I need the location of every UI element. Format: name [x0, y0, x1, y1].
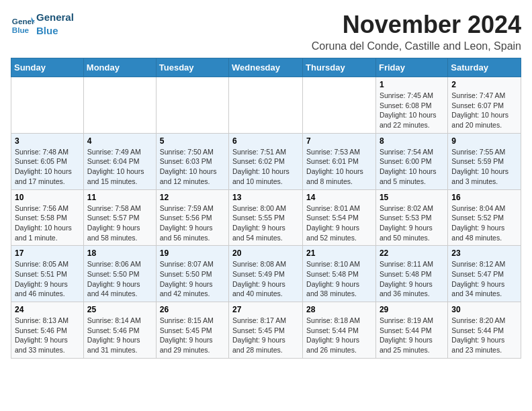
day-number: 23 [451, 248, 517, 258]
calendar-cell: 8Sunrise: 7:54 AM Sunset: 6:00 PM Daylig… [375, 133, 447, 189]
logo-blue-text: Blue [36, 25, 58, 36]
calendar-week-1: 1Sunrise: 7:45 AM Sunset: 6:08 PM Daylig… [11, 77, 521, 134]
calendar-cell [11, 77, 84, 134]
calendar-cell: 25Sunrise: 8:14 AM Sunset: 5:46 PM Dayli… [83, 302, 156, 359]
weekday-header-thursday: Thursday [303, 58, 376, 77]
day-detail: Sunrise: 7:58 AM Sunset: 5:57 PM Dayligh… [87, 203, 152, 243]
day-number: 13 [232, 193, 299, 202]
day-detail: Sunrise: 7:48 AM Sunset: 6:05 PM Dayligh… [15, 147, 80, 187]
day-detail: Sunrise: 7:54 AM Sunset: 6:00 PM Dayligh… [380, 147, 444, 187]
calendar-week-4: 17Sunrise: 8:05 AM Sunset: 5:51 PM Dayli… [11, 246, 521, 302]
day-number: 10 [15, 193, 80, 202]
day-number: 14 [306, 193, 372, 202]
day-detail: Sunrise: 7:55 AM Sunset: 5:59 PM Dayligh… [451, 147, 517, 187]
day-number: 12 [160, 193, 225, 202]
calendar-cell [303, 77, 376, 134]
calendar-cell [83, 77, 156, 134]
logo-icon: General Blue [11, 12, 35, 36]
day-detail: Sunrise: 8:06 AM Sunset: 5:50 PM Dayligh… [87, 259, 152, 299]
day-number: 30 [451, 305, 517, 314]
calendar-cell: 3Sunrise: 7:48 AM Sunset: 6:05 PM Daylig… [11, 133, 84, 189]
day-number: 24 [15, 305, 80, 314]
calendar-cell: 21Sunrise: 8:10 AM Sunset: 5:48 PM Dayli… [303, 246, 376, 302]
day-number: 22 [380, 248, 444, 258]
day-number: 8 [380, 136, 444, 146]
day-number: 4 [87, 136, 152, 146]
calendar-cell: 5Sunrise: 7:50 AM Sunset: 6:03 PM Daylig… [156, 133, 228, 189]
day-number: 11 [87, 193, 152, 202]
calendar-cell: 11Sunrise: 7:58 AM Sunset: 5:57 PM Dayli… [83, 189, 156, 246]
month-title: November 2024 [312, 11, 521, 39]
day-detail: Sunrise: 7:47 AM Sunset: 6:07 PM Dayligh… [451, 91, 517, 130]
calendar-week-3: 10Sunrise: 7:56 AM Sunset: 5:58 PM Dayli… [11, 189, 521, 246]
day-number: 18 [87, 248, 152, 258]
day-number: 7 [306, 136, 372, 146]
day-detail: Sunrise: 7:51 AM Sunset: 6:02 PM Dayligh… [232, 147, 299, 187]
calendar-cell: 23Sunrise: 8:12 AM Sunset: 5:47 PM Dayli… [448, 246, 521, 302]
day-number: 28 [306, 305, 372, 314]
day-detail: Sunrise: 8:08 AM Sunset: 5:49 PM Dayligh… [232, 259, 299, 299]
day-number: 27 [232, 305, 299, 314]
day-detail: Sunrise: 7:56 AM Sunset: 5:58 PM Dayligh… [15, 203, 80, 243]
calendar-week-5: 24Sunrise: 8:13 AM Sunset: 5:46 PM Dayli… [11, 302, 521, 359]
calendar-cell: 20Sunrise: 8:08 AM Sunset: 5:49 PM Dayli… [229, 246, 303, 302]
calendar-cell: 9Sunrise: 7:55 AM Sunset: 5:59 PM Daylig… [448, 133, 521, 189]
day-detail: Sunrise: 8:00 AM Sunset: 5:55 PM Dayligh… [232, 203, 299, 243]
calendar-cell: 17Sunrise: 8:05 AM Sunset: 5:51 PM Dayli… [11, 246, 84, 302]
day-detail: Sunrise: 8:17 AM Sunset: 5:45 PM Dayligh… [232, 316, 299, 355]
calendar-cell: 14Sunrise: 8:01 AM Sunset: 5:54 PM Dayli… [303, 189, 376, 246]
day-number: 1 [380, 80, 444, 89]
title-block: November 2024 Coruna del Conde, Castille… [312, 11, 521, 52]
day-detail: Sunrise: 8:14 AM Sunset: 5:46 PM Dayligh… [87, 316, 152, 355]
day-number: 6 [232, 136, 299, 146]
day-detail: Sunrise: 8:12 AM Sunset: 5:47 PM Dayligh… [451, 259, 517, 299]
day-number: 9 [451, 136, 517, 146]
day-detail: Sunrise: 8:19 AM Sunset: 5:44 PM Dayligh… [380, 316, 444, 355]
calendar-cell: 26Sunrise: 8:15 AM Sunset: 5:45 PM Dayli… [156, 302, 228, 359]
calendar-cell: 27Sunrise: 8:17 AM Sunset: 5:45 PM Dayli… [229, 302, 303, 359]
weekday-header-monday: Monday [83, 58, 156, 77]
day-number: 19 [160, 248, 225, 258]
day-number: 2 [451, 80, 517, 89]
calendar-cell: 2Sunrise: 7:47 AM Sunset: 6:07 PM Daylig… [448, 77, 521, 134]
calendar-cell: 6Sunrise: 7:51 AM Sunset: 6:02 PM Daylig… [229, 133, 303, 189]
day-detail: Sunrise: 8:15 AM Sunset: 5:45 PM Dayligh… [160, 316, 225, 355]
calendar-header: SundayMondayTuesdayWednesdayThursdayFrid… [11, 58, 521, 77]
day-number: 15 [380, 193, 444, 202]
calendar-cell: 10Sunrise: 7:56 AM Sunset: 5:58 PM Dayli… [11, 189, 84, 246]
day-detail: Sunrise: 8:13 AM Sunset: 5:46 PM Dayligh… [15, 316, 80, 355]
weekday-header-tuesday: Tuesday [156, 58, 228, 77]
calendar-cell: 24Sunrise: 8:13 AM Sunset: 5:46 PM Dayli… [11, 302, 84, 359]
day-number: 26 [160, 305, 225, 314]
calendar-cell: 15Sunrise: 8:02 AM Sunset: 5:53 PM Dayli… [375, 189, 447, 246]
calendar-cell: 1Sunrise: 7:45 AM Sunset: 6:08 PM Daylig… [375, 77, 447, 134]
calendar-cell: 30Sunrise: 8:20 AM Sunset: 5:44 PM Dayli… [448, 302, 521, 359]
day-detail: Sunrise: 8:01 AM Sunset: 5:54 PM Dayligh… [306, 203, 372, 243]
day-detail: Sunrise: 8:07 AM Sunset: 5:50 PM Dayligh… [160, 259, 225, 299]
calendar-body: 1Sunrise: 7:45 AM Sunset: 6:08 PM Daylig… [11, 77, 521, 359]
svg-text:Blue: Blue [12, 25, 30, 34]
weekday-header-saturday: Saturday [448, 58, 521, 77]
day-detail: Sunrise: 7:45 AM Sunset: 6:08 PM Dayligh… [380, 91, 444, 130]
day-number: 17 [15, 248, 80, 258]
weekday-header-friday: Friday [375, 58, 447, 77]
day-number: 25 [87, 305, 152, 314]
day-detail: Sunrise: 8:02 AM Sunset: 5:53 PM Dayligh… [380, 203, 444, 243]
weekday-header-sunday: Sunday [11, 58, 84, 77]
logo: General Blue General Blue [11, 11, 74, 38]
day-number: 20 [232, 248, 299, 258]
calendar-cell: 29Sunrise: 8:19 AM Sunset: 5:44 PM Dayli… [375, 302, 447, 359]
day-detail: Sunrise: 8:10 AM Sunset: 5:48 PM Dayligh… [306, 259, 372, 299]
calendar-cell: 18Sunrise: 8:06 AM Sunset: 5:50 PM Dayli… [83, 246, 156, 302]
logo-general-text: General [36, 11, 74, 23]
day-detail: Sunrise: 8:20 AM Sunset: 5:44 PM Dayligh… [451, 316, 517, 355]
weekday-header-wednesday: Wednesday [229, 58, 303, 77]
day-number: 16 [451, 193, 517, 202]
day-detail: Sunrise: 8:11 AM Sunset: 5:48 PM Dayligh… [380, 259, 444, 299]
calendar-cell [156, 77, 228, 134]
calendar-table: SundayMondayTuesdayWednesdayThursdayFrid… [11, 58, 521, 359]
day-detail: Sunrise: 7:59 AM Sunset: 5:56 PM Dayligh… [160, 203, 225, 243]
day-detail: Sunrise: 8:04 AM Sunset: 5:52 PM Dayligh… [451, 203, 517, 243]
location-title: Coruna del Conde, Castille and Leon, Spa… [312, 40, 521, 52]
day-detail: Sunrise: 8:05 AM Sunset: 5:51 PM Dayligh… [15, 259, 80, 299]
